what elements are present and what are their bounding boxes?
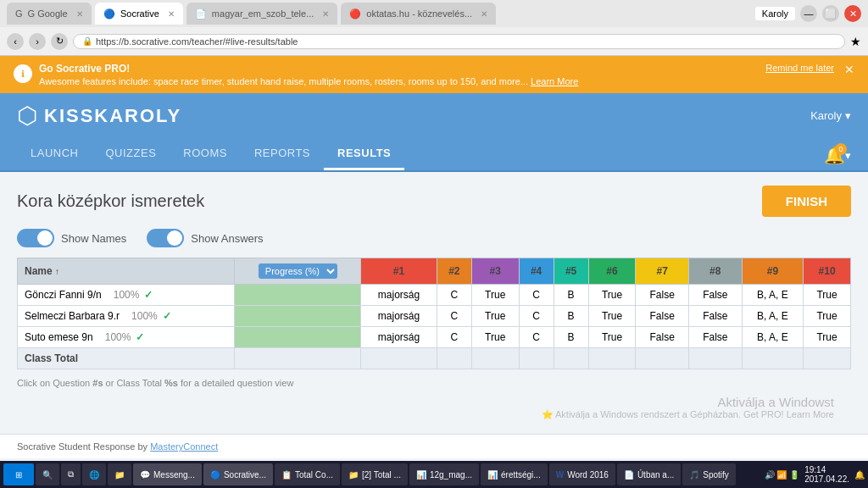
user-menu[interactable]: Karoly ▾ [810,109,851,122]
notification-button[interactable]: 🔔 0 [824,145,845,165]
class-total-cell-6 [588,348,636,369]
show-answers-toggle-group: Show Answers [147,229,263,247]
tab-magyar[interactable]: 📄 magyar_em_szob_tele... ✕ [186,3,337,25]
toggle-knob-names [37,230,53,246]
progress-select[interactable]: Progress (%) [259,263,337,279]
search-button[interactable]: 🔍 [36,463,59,485]
answer-cell-q7: False [636,285,689,306]
nav-results[interactable]: RESULTS [324,138,404,170]
progress-cell [235,306,361,327]
tab-socrative[interactable]: 🔵 Socrative ✕ [95,3,183,25]
answer-cell-q4: C [519,327,554,348]
tab-oktatas[interactable]: 🔴 oktatas.hu - köznevelés... ✕ [341,3,496,25]
star-icon: ⭐ [542,409,554,419]
nav-left: LAUNCH QUIZZES ROOMS REPORTS RESULTS [17,138,404,170]
messenger-taskbar-btn[interactable]: 💬 Messeng... [133,463,202,485]
tab-close-google[interactable]: ✕ [76,9,83,19]
q3-header[interactable]: #3 [471,258,519,285]
nav-quizzes[interactable]: QUIZZES [92,138,170,170]
table-row: Gönczi Fanni 9/n100%✓majorságCTrueCBTrue… [18,285,851,306]
taskbar-icons: 🔊 📶 🔋 [765,470,800,480]
answer-cell-q10: True [804,327,851,348]
nav-rooms[interactable]: ROOMS [170,138,241,170]
minimize-button[interactable]: — [800,5,817,22]
magyar-favicon: 📄 [195,8,207,19]
q2-header[interactable]: #2 [437,258,471,285]
word-taskbar-btn[interactable]: W Word 2016 [549,463,615,485]
nav-reports[interactable]: REPORTS [241,138,324,170]
q9-header[interactable]: #9 [742,258,804,285]
q4-header[interactable]: #4 [519,258,554,285]
answer-cell-q2: C [437,327,471,348]
q5-header[interactable]: #5 [554,258,588,285]
tab-close-oktatas[interactable]: ✕ [481,9,487,19]
excel2-taskbar-btn[interactable]: 📊 érettségi... [481,463,548,485]
answer-cell-q10: True [804,306,851,327]
app-navigation: LAUNCH QUIZZES ROOMS REPORTS RESULTS 🔔 0… [0,138,868,172]
watermark-learn-more[interactable]: Learn More [787,409,834,419]
answer-cell-q8: False [688,327,742,348]
maximize-button[interactable]: ⬜ [822,5,839,22]
sort-icon[interactable]: ↑ [55,267,59,276]
progress-column-header: Progress (%) [235,258,361,285]
forward-button[interactable]: › [29,33,46,50]
toggles-row: Show Names Show Answers [17,229,851,247]
notification-badge: 0 [835,143,847,155]
progress-cell [235,327,361,348]
finish-button[interactable]: FINISH [762,186,851,217]
start-button[interactable]: ⊞ [3,463,34,485]
nav-launch[interactable]: LAUNCH [17,138,92,170]
class-total-row[interactable]: Class Total [18,348,851,369]
chevron-down-icon: ▾ [845,109,851,122]
socrative-taskbar-btn[interactable]: 🔵 Socrative... [203,463,273,485]
bookmark-icon[interactable]: ★ [850,35,861,48]
get-pro-link[interactable]: Get PRO! [743,409,784,419]
q8-header[interactable]: #8 [688,258,742,285]
taskbar-right: 🔊 📶 🔋 19:14 2017.04.22. 🔔 [765,465,865,484]
spotify-taskbar-btn[interactable]: 🎵 Spotify [682,463,736,485]
task-view-button[interactable]: ⧉ [61,463,81,485]
close-button[interactable]: ✕ [844,5,861,22]
explorer-button[interactable]: 📁 [108,463,131,485]
totalco-icon: 📋 [281,470,292,480]
refresh-button[interactable]: ↻ [51,33,68,50]
show-answers-toggle[interactable] [147,229,184,247]
total2-taskbar-btn[interactable]: 📁 [2] Total ... [342,463,408,485]
promo-banner: ℹ Go Socrative PRO! Awesome features inc… [0,56,868,93]
back-button[interactable]: ‹ [7,33,24,50]
q7-header[interactable]: #7 [636,258,689,285]
edge-button[interactable]: 🌐 [82,463,106,485]
user-name: Karoly [810,109,842,122]
footer: Socrative Student Response by MasteryCon… [0,434,868,458]
student-name-cell: Gönczi Fanni 9/n100%✓ [18,285,235,306]
class-total-cell-3 [471,348,519,369]
learn-more-link[interactable]: Learn More [531,76,578,86]
address-text: https://b.socrative.com/teacher/#live-re… [96,36,298,47]
show-names-toggle[interactable] [17,229,54,247]
promo-close-button[interactable]: ✕ [844,63,854,76]
table-header-row: Name ↑ Progress (%) #1 #2 #3 #4 #5 #6 #7… [18,258,851,285]
quiz-title: Kora középkor ismeretek [17,191,204,211]
answer-cell-q2: C [437,306,471,327]
q10-header[interactable]: #10 [804,258,851,285]
address-bar[interactable]: 🔒 https://b.socrative.com/teacher/#live-… [73,34,845,49]
q1-header[interactable]: #1 [361,258,437,285]
class-total-cell-9 [742,348,804,369]
tab-close-magyar[interactable]: ✕ [322,9,329,19]
notification-center-icon[interactable]: 🔔 [854,470,865,480]
totalco-taskbar-btn[interactable]: 📋 Total Co... [275,463,340,485]
excel1-taskbar-btn[interactable]: 📊 12g_mag... [409,463,479,485]
doc-taskbar-btn[interactable]: 📄 Útban a... [617,463,681,485]
class-total-cell-0 [235,348,361,369]
tab-google[interactable]: G G Google ✕ [7,3,92,25]
answer-cell-q1: majorság [361,327,437,348]
tab-close-socrative[interactable]: ✕ [168,9,175,19]
class-total-cell-8 [688,348,742,369]
lock-icon: 🔒 [82,36,92,46]
remind-later-link[interactable]: Remind me later [765,63,834,73]
q6-header[interactable]: #6 [588,258,636,285]
answer-cell-q5: B [554,285,588,306]
google-favicon: G [15,8,23,19]
masteryconnect-link[interactable]: MasteryConnect [150,441,218,452]
answer-cell-q3: True [471,285,519,306]
